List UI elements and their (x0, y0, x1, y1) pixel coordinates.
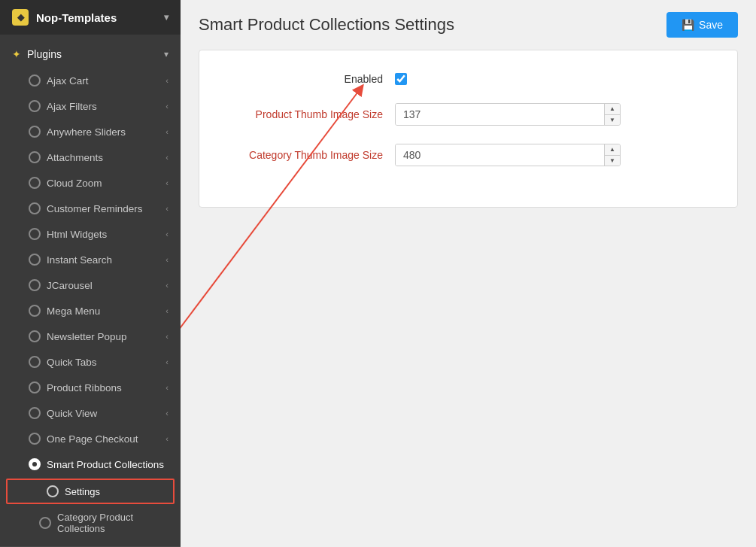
sidebar-sub-item-category-product-collections[interactable]: Category Product Collections (0, 506, 181, 540)
sidebar-item-label: Instant Search (47, 254, 112, 266)
product-thumb-label: Product Thumb Image Size (229, 108, 395, 120)
sidebar-item-jcarousel[interactable]: JCarousel ‹ (0, 272, 181, 298)
category-thumb-input[interactable] (396, 144, 604, 166)
page-title: Smart Product Collections Settings (199, 15, 454, 35)
sidebar-item-anywhere-sliders[interactable]: Anywhere Sliders ‹ (0, 119, 181, 144)
sidebar-item-label: Ajax Filters (47, 101, 97, 112)
arrow-icon: ‹ (165, 229, 169, 239)
circle-icon (29, 407, 41, 419)
save-icon: 💾 (682, 19, 694, 31)
circle-icon (29, 330, 41, 342)
content-wrapper: Enabled Product Thumb Image Size ▲ ▼ (199, 50, 738, 208)
save-label: Save (699, 19, 723, 31)
sidebar-item-label: Anywhere Sliders (47, 126, 126, 138)
circle-icon (29, 177, 41, 189)
sidebar-item-label: Mega Menu (47, 305, 100, 317)
sidebar-item-label: Smart Product Collections (47, 459, 164, 470)
sidebar-item-quick-tabs[interactable]: Quick Tabs ‹ (0, 349, 181, 375)
arrow-icon: ‹ (165, 383, 169, 392)
circle-icon (29, 254, 41, 266)
arrow-icon: ‹ (165, 306, 169, 315)
category-thumb-input-wrapper: ▲ ▼ (395, 144, 621, 166)
sidebar-item-html-widgets[interactable]: Html Widgets ‹ (0, 221, 181, 247)
sidebar-item-customer-reminders[interactable]: Customer Reminders ‹ (0, 196, 181, 221)
sidebar: ◆ Nop-Templates ▾ ✦ Plugins ▾ Ajax Cart … (0, 0, 181, 547)
category-thumb-row: Category Thumb Image Size ▲ ▼ (229, 144, 707, 166)
sidebar-item-label: Cloud Zoom (47, 178, 102, 189)
category-thumb-spin-down[interactable]: ▼ (605, 155, 620, 166)
sidebar-item-label: Customer Reminders (47, 203, 143, 214)
product-thumb-spinner: ▲ ▼ (604, 104, 620, 125)
topbar: Smart Product Collections Settings 💾 Sav… (181, 0, 756, 50)
arrow-icon: ‹ (165, 332, 169, 341)
sidebar-item-label: Quick View (47, 408, 97, 419)
circle-icon (29, 228, 41, 240)
plugins-section: ✦ Plugins ▾ Ajax Cart ‹ Ajax Filters ‹ (0, 35, 181, 547)
sidebar-item-label: Newsletter Popup (47, 331, 127, 342)
category-thumb-label: Category Thumb Image Size (229, 149, 395, 161)
main-content: Smart Product Collections Settings 💾 Sav… (181, 0, 756, 547)
sidebar-sub-item-settings[interactable]: Settings (6, 479, 175, 504)
circle-icon (29, 126, 41, 138)
category-thumb-spin-up[interactable]: ▲ (605, 144, 620, 155)
circle-icon (29, 151, 41, 163)
sidebar-item-product-ribbons[interactable]: Product Ribbons ‹ (0, 375, 181, 400)
product-thumb-input[interactable] (396, 104, 604, 125)
circle-icon (29, 279, 41, 291)
arrow-icon: ‹ (165, 357, 169, 366)
enabled-checkbox[interactable] (395, 73, 407, 85)
circle-icon (29, 305, 41, 317)
sidebar-item-newsletter-popup[interactable]: Newsletter Popup ‹ (0, 324, 181, 349)
brand-icon: ◆ (12, 9, 29, 26)
plugins-label: Plugins (27, 48, 62, 60)
puzzle-icon: ✦ (12, 48, 21, 60)
circle-icon (29, 100, 41, 112)
sidebar-item-mega-menu[interactable]: Mega Menu ‹ (0, 298, 181, 324)
brand-name: Nop-Templates (36, 11, 117, 24)
sidebar-item-label: Attachments (47, 152, 103, 163)
sidebar-item-ajax-cart[interactable]: Ajax Cart ‹ (0, 68, 181, 93)
arrow-icon: ‹ (165, 178, 169, 187)
arrow-icon: ‹ (165, 255, 169, 264)
sidebar-item-label: Quick Tabs (47, 357, 97, 368)
arrow-icon: ‹ (165, 153, 169, 162)
sidebar-item-label: JCarousel (47, 280, 93, 291)
arrow-icon: ‹ (165, 204, 169, 213)
sidebar-item-label: Product Ribbons (47, 382, 122, 394)
arrow-icon: ‹ (165, 409, 169, 418)
circle-icon (29, 433, 41, 445)
sidebar-item-label: One Page Checkout (47, 433, 138, 445)
arrow-icon: ‹ (165, 76, 169, 85)
sidebar-item-cloud-zoom[interactable]: Cloud Zoom ‹ (0, 170, 181, 196)
sidebar-header[interactable]: ◆ Nop-Templates ▾ (0, 0, 181, 35)
arrow-icon: ‹ (165, 127, 169, 136)
arrow-icon: ‹ (165, 281, 169, 290)
sidebar-item-ajax-filters[interactable]: Ajax Filters ‹ (0, 93, 181, 119)
sidebar-item-quick-view[interactable]: Quick View ‹ (0, 400, 181, 426)
circle-icon (29, 381, 41, 394)
circle-icon (29, 74, 41, 87)
sub-item-label: Settings (65, 486, 100, 497)
sidebar-item-one-page-checkout[interactable]: One Page Checkout ‹ (0, 426, 181, 451)
circle-icon (47, 485, 59, 497)
enabled-label: Enabled (229, 73, 395, 85)
arrow-icon: ‹ (165, 434, 169, 443)
category-thumb-spinner: ▲ ▼ (604, 144, 620, 166)
sidebar-item-label: Ajax Cart (47, 75, 89, 87)
product-thumb-input-wrapper: ▲ ▼ (395, 103, 621, 126)
save-button[interactable]: 💾 Save (666, 12, 738, 38)
plugins-chevron-icon: ▾ (164, 49, 169, 59)
product-thumb-spin-up[interactable]: ▲ (605, 104, 620, 114)
enabled-row: Enabled (229, 73, 707, 85)
plugins-header[interactable]: ✦ Plugins ▾ (0, 41, 181, 68)
product-thumb-spin-down[interactable]: ▼ (605, 114, 620, 126)
sidebar-item-smart-product-collections[interactable]: Smart Product Collections (0, 451, 181, 477)
sidebar-item-instant-search[interactable]: Instant Search ‹ (0, 247, 181, 272)
sub-item-label: Category Product Collections (57, 512, 169, 534)
brand-chevron-icon: ▾ (164, 12, 169, 23)
enabled-checkbox-wrapper (395, 73, 407, 85)
sidebar-item-attachments[interactable]: Attachments ‹ (0, 144, 181, 170)
sidebar-item-label: Html Widgets (47, 229, 107, 240)
settings-panel: Enabled Product Thumb Image Size ▲ ▼ (199, 50, 738, 208)
product-thumb-row: Product Thumb Image Size ▲ ▼ (229, 103, 707, 126)
